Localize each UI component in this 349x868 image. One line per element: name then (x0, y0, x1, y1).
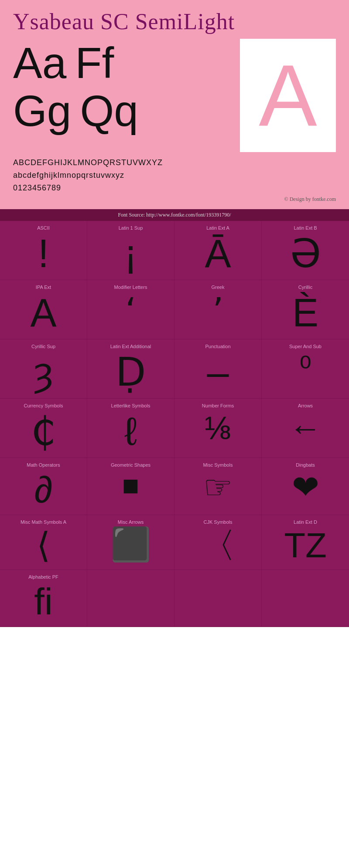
label-latin1sup: Latin 1 Sup (119, 225, 143, 231)
char-latinextb: Ə (290, 234, 321, 273)
label-superandsub: Super And Sub (289, 344, 322, 349)
bottom-section: Font Source: http://www.fontke.com/font/… (0, 209, 349, 627)
label-latinextadd: Latin Ext Additional (110, 344, 151, 349)
char-currency: ₵ (31, 412, 56, 451)
glyph-cell-empty2 (174, 570, 262, 627)
glyph-cell-latin1sup: Latin 1 Sup ¡ (87, 221, 174, 280)
glyph-pair-aa: Aa (13, 39, 66, 87)
label-latinextb: Latin Ext B (294, 225, 317, 231)
glyph-cell-empty1 (87, 570, 174, 627)
label-latinexta: Latin Ext A (206, 225, 229, 231)
white-box-letter: A (259, 52, 317, 139)
glyph-cell-arrows: Arrows ← (262, 399, 349, 458)
label-miscsymbols: Misc Symbols (203, 462, 233, 468)
glyph-cell-latinexta: Latin Ext A Ā (174, 221, 262, 280)
char-letterlike: ℓ (124, 412, 137, 451)
row1-glyphs: Aa Ff (13, 39, 240, 87)
char-latinextd: TZ (284, 528, 327, 563)
glyph-cell-latinextadd: Latin Ext Additional Ḍ (87, 339, 174, 399)
char-punctuation: – (207, 353, 229, 392)
label-currency: Currency Symbols (24, 403, 63, 408)
glyph-cell-letterlike: Letterlike Symbols ℓ (87, 399, 174, 458)
alphabet-section: ABCDEFGHIJKLMNOPQRSTUVWXYZ abcdefghijklm… (13, 156, 336, 194)
char-latinextadd: Ḍ (116, 353, 146, 392)
char-miscarrows: ⬛ (110, 528, 151, 561)
font-title: Ysabeau SC SemiLight (13, 9, 336, 34)
label-numberforms: Number Forms (202, 403, 234, 408)
char-ascii: ! (38, 234, 49, 273)
char-cyrillic: È (292, 293, 318, 332)
glyph-pair-qq: Qq (80, 87, 138, 135)
char-alphabeticpf: ﬁ (34, 583, 53, 620)
glyph-pair-ff: Ff (75, 39, 114, 87)
glyph-cell-mathoperators: Math Operators ∂ (0, 458, 87, 515)
glyph-cell-modifier: Modifier Letters ʻ (87, 280, 174, 339)
label-alphabeticpf: Alphabetic PF (28, 574, 58, 580)
glyph-cell-dingbats: Dingbats ❤ (262, 458, 349, 515)
white-box: A (240, 39, 336, 152)
glyph-cell-cyrillic: Cyrillic È (262, 280, 349, 339)
glyph-cell-currency: Currency Symbols ₵ (0, 399, 87, 458)
label-mathoperators: Math Operators (27, 462, 60, 468)
glyph-cell-empty3 (262, 570, 349, 627)
label-modifier: Modifier Letters (114, 285, 147, 290)
glyph-grid: ASCII ! Latin 1 Sup ¡ Latin Ext A Ā Lati… (0, 221, 349, 627)
label-ipaext: IPA Ext (36, 285, 51, 290)
glyph-cell-numberforms: Number Forms ⅛ (174, 399, 262, 458)
copyright-line: © Design by fontke.com (13, 194, 336, 205)
label-cyrillicsup: Cyrillic Sup (31, 344, 55, 349)
char-arrows: ← (289, 412, 322, 444)
glyph-cell-cyrillicsup: Cyrillic Sup ȝ (0, 339, 87, 399)
row2-glyphs: Gg Qq (13, 87, 240, 135)
label-dingbats: Dingbats (296, 462, 315, 468)
glyph-cell-miscarrows: Misc Arrows ⬛ (87, 515, 174, 570)
char-numberforms: ⅛ (204, 412, 232, 444)
label-miscmatha: Misc Math Symbols A (21, 519, 66, 525)
char-mathoperators: ∂ (34, 471, 52, 508)
label-miscarrows: Misc Arrows (118, 519, 144, 525)
label-ascii: ASCII (37, 225, 50, 231)
glyph-cell-ipaext: IPA Ext A (0, 280, 87, 339)
char-miscsymbols: ☞ (203, 471, 233, 504)
glyph-pair-gg: Gg (13, 87, 71, 135)
label-arrows: Arrows (298, 403, 313, 408)
glyph-cell-latinextb: Latin Ext B Ə (262, 221, 349, 280)
glyph-cell-geometricshapes: Geometric Shapes ■ (87, 458, 174, 515)
char-greek: ʼ (212, 293, 223, 328)
char-dingbats: ❤ (292, 471, 319, 504)
glyph-cell-cjksymbols: CJK Symbols 〈 (174, 515, 262, 570)
glyph-cell-miscmatha: Misc Math Symbols A ⟨ (0, 515, 87, 570)
label-cjksymbols: CJK Symbols (203, 519, 232, 525)
label-geometricshapes: Geometric Shapes (111, 462, 151, 468)
char-ipaext: A (30, 293, 56, 332)
font-source-bar: Font Source: http://www.fontke.com/font/… (0, 209, 349, 221)
char-geometricshapes: ■ (122, 471, 139, 499)
top-section: Ysabeau SC SemiLight Aa Ff Gg Qq A ABCDE… (0, 0, 349, 209)
label-latinextd: Latin Ext D (294, 519, 317, 525)
label-greek: Greek (212, 285, 225, 290)
numerals: 0123456789 (13, 182, 336, 194)
glyph-cell-ascii: ASCII ! (0, 221, 87, 280)
char-latin1sup: ¡ (124, 234, 137, 273)
lowercase-alphabet: abcdefghijklmnopqrstuvwxyz (13, 169, 336, 182)
label-letterlike: Letterlike Symbols (111, 403, 151, 408)
char-modifier: ʻ (125, 293, 136, 328)
showcase-container: Aa Ff Gg Qq A (13, 39, 336, 152)
char-miscmatha: ⟨ (37, 528, 50, 563)
uppercase-alphabet: ABCDEFGHIJKLMNOPQRSTUVWXYZ (13, 156, 336, 169)
glyph-cell-greek: Greek ʼ (174, 280, 262, 339)
label-cyrillic: Cyrillic (298, 285, 312, 290)
label-punctuation: Punctuation (205, 344, 230, 349)
char-cjksymbols: 〈 (201, 528, 236, 563)
glyph-cell-alphabeticpf: Alphabetic PF ﬁ (0, 570, 87, 627)
glyph-cell-latinextd: Latin Ext D TZ (262, 515, 349, 570)
glyph-cell-miscsymbols: Misc Symbols ☞ (174, 458, 262, 515)
left-glyphs: Aa Ff Gg Qq (13, 39, 240, 135)
glyph-cell-punctuation: Punctuation – (174, 339, 262, 399)
char-superandsub: ⁰ (299, 353, 311, 383)
char-cyrillicsup: ȝ (33, 353, 54, 392)
glyph-cell-superandsub: Super And Sub ⁰ (262, 339, 349, 399)
char-latinexta: Ā (205, 234, 231, 273)
